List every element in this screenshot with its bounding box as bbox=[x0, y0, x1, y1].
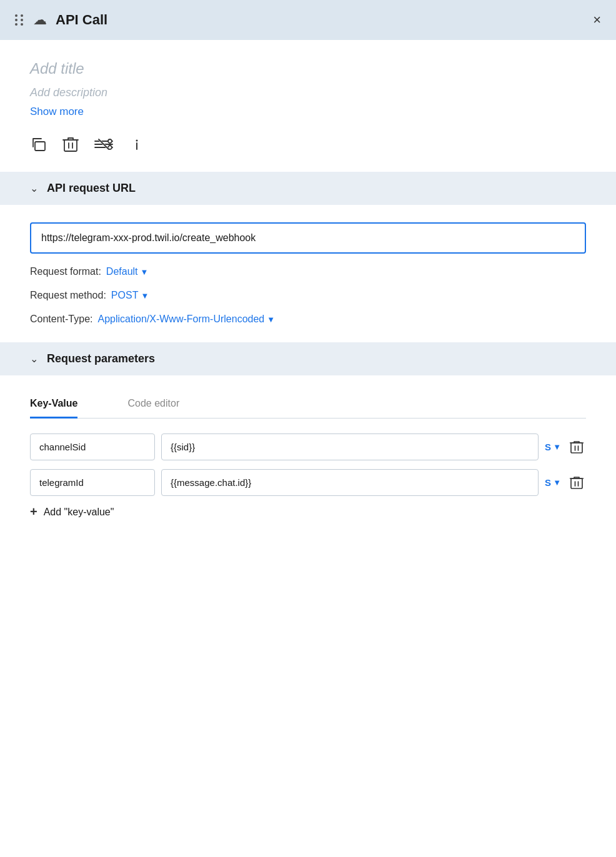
chevron-down-icon: ▼ bbox=[553, 478, 561, 487]
tab-key-value[interactable]: Key-Value bbox=[30, 390, 77, 419]
content-type-dropdown[interactable]: Application/X-Www-Form-Urlencoded ▼ bbox=[98, 314, 276, 325]
copy-icon[interactable] bbox=[30, 136, 47, 157]
request-format-row: Request format: Default ▼ bbox=[30, 266, 586, 277]
close-button[interactable]: × bbox=[593, 13, 601, 27]
tab-code-editor[interactable]: Code editor bbox=[127, 390, 179, 419]
chevron-down-icon: ▼ bbox=[553, 442, 561, 452]
request-format-dropdown[interactable]: Default ▼ bbox=[106, 266, 149, 277]
kv-type-selector-2[interactable]: S ▼ bbox=[545, 477, 561, 488]
api-call-panel: ☁ API Call × Add title Add description S… bbox=[0, 0, 616, 857]
header-left: ☁ API Call bbox=[15, 12, 107, 28]
svg-rect-13 bbox=[571, 443, 582, 453]
add-kv-button[interactable]: + Add "key-value" bbox=[30, 505, 586, 519]
chevron-down-icon: ⌄ bbox=[30, 182, 38, 194]
show-more-link[interactable]: Show more bbox=[30, 106, 586, 118]
info-icon[interactable] bbox=[129, 136, 145, 157]
content-type-label: Content-Type: bbox=[30, 314, 93, 325]
kv-key-input-2[interactable] bbox=[30, 469, 155, 496]
params-tabs: Key-Value Code editor bbox=[30, 390, 586, 419]
delete-icon[interactable] bbox=[62, 136, 79, 157]
request-parameters-title: Request parameters bbox=[47, 352, 155, 365]
svg-rect-16 bbox=[571, 478, 582, 488]
add-description-placeholder[interactable]: Add description bbox=[30, 86, 586, 99]
toolbar bbox=[30, 136, 586, 172]
kv-val-input-1[interactable] bbox=[161, 433, 539, 460]
svg-rect-1 bbox=[64, 140, 77, 151]
request-parameters-section-header[interactable]: ⌄ Request parameters bbox=[0, 342, 616, 375]
drag-handle-icon[interactable] bbox=[15, 14, 24, 26]
request-method-dropdown[interactable]: POST ▼ bbox=[111, 290, 149, 301]
api-request-url-section-header[interactable]: ⌄ API request URL bbox=[0, 172, 616, 205]
add-kv-label: Add "key-value" bbox=[44, 507, 114, 518]
request-parameters-body: Key-Value Code editor S ▼ bbox=[30, 375, 586, 534]
api-request-url-title: API request URL bbox=[47, 182, 136, 195]
url-input[interactable] bbox=[30, 222, 586, 254]
kv-delete-button-2[interactable] bbox=[567, 473, 586, 493]
chevron-down-icon: ▼ bbox=[141, 291, 149, 300]
kv-delete-button-1[interactable] bbox=[567, 437, 586, 457]
svg-point-12 bbox=[136, 140, 138, 142]
svg-point-7 bbox=[108, 139, 112, 143]
panel-body: Add title Add description Show more bbox=[0, 40, 616, 559]
chevron-down-icon: ⌄ bbox=[30, 353, 38, 365]
panel-header: ☁ API Call × bbox=[0, 0, 616, 40]
kv-val-input-2[interactable] bbox=[161, 469, 539, 496]
kv-row-1: S ▼ bbox=[30, 433, 586, 460]
panel-title: API Call bbox=[56, 12, 107, 28]
cut-icon[interactable] bbox=[94, 136, 114, 157]
chevron-down-icon: ▼ bbox=[267, 315, 275, 324]
api-request-url-body: Request format: Default ▼ Request method… bbox=[30, 205, 586, 342]
request-method-row: Request method: POST ▼ bbox=[30, 290, 586, 301]
request-method-label: Request method: bbox=[30, 290, 106, 301]
request-format-label: Request format: bbox=[30, 266, 101, 277]
kv-key-input-1[interactable] bbox=[30, 433, 155, 460]
chevron-down-icon: ▼ bbox=[141, 267, 149, 277]
kv-type-selector-1[interactable]: S ▼ bbox=[545, 442, 561, 452]
kv-row-2: S ▼ bbox=[30, 469, 586, 496]
cloud-icon: ☁ bbox=[33, 12, 47, 28]
add-title-placeholder[interactable]: Add title bbox=[30, 60, 586, 77]
plus-icon: + bbox=[30, 505, 37, 519]
content-type-row: Content-Type: Application/X-Www-Form-Url… bbox=[30, 314, 586, 325]
svg-rect-0 bbox=[35, 142, 45, 151]
